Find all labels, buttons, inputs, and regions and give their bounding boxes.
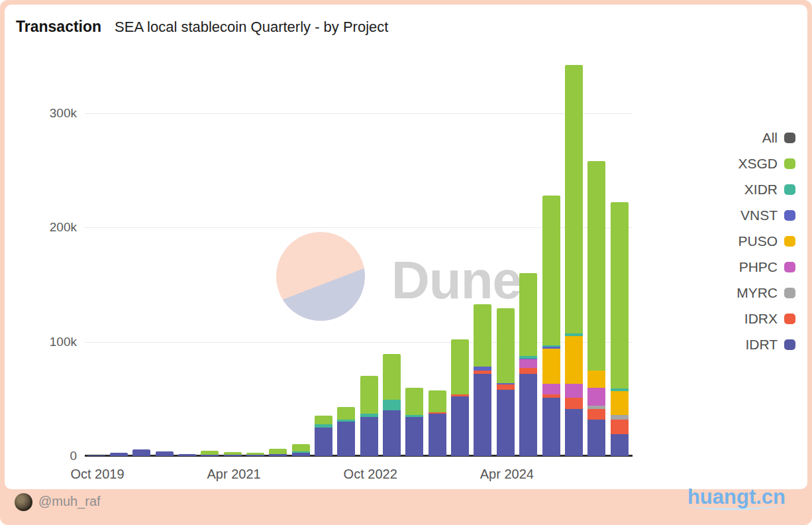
legend: AllXSGDXIDRVNSTPUSOPHPCMYRCIDRXIDRT <box>736 125 795 357</box>
legend-item-all[interactable]: All <box>736 125 795 150</box>
segment-puso <box>565 336 583 384</box>
segment-idrt <box>383 410 401 456</box>
legend-label: XIDR <box>744 182 778 198</box>
segment-xsgd <box>360 376 378 414</box>
segment-xsgd <box>269 449 287 454</box>
segment-xsgd <box>587 161 605 371</box>
plot-area: Dune 0100k200k300kOct 2019Apr 2021Oct 20… <box>5 5 807 489</box>
bar-apr-2020[interactable] <box>132 449 150 456</box>
legend-item-puso[interactable]: PUSO <box>736 228 795 254</box>
bar-apr-2024[interactable] <box>497 308 515 456</box>
bar-jul-2020[interactable] <box>156 451 174 456</box>
bar-apr-2025[interactable] <box>587 161 605 456</box>
bar-oct-2019[interactable] <box>87 455 105 456</box>
segment-idrx <box>611 420 629 434</box>
bar-oct-2022[interactable] <box>360 376 378 456</box>
legend-swatch-icon <box>784 236 795 247</box>
segment-idrt <box>565 409 583 456</box>
dune-watermark-text: Dune <box>391 250 521 311</box>
legend-label: PUSO <box>738 233 778 249</box>
segment-idrt <box>519 374 537 456</box>
dune-chart-page: Transaction SEA local stablecoin Quarter… <box>0 0 812 525</box>
segment-idrt <box>497 390 515 456</box>
legend-item-myrc[interactable]: MYRC <box>736 280 795 306</box>
bar-apr-2023[interactable] <box>405 388 423 457</box>
bar-oct-2020[interactable] <box>178 454 196 456</box>
segment-xsgd <box>519 273 537 356</box>
legend-label: IDRT <box>745 337 778 353</box>
legend-item-idrt[interactable]: IDRT <box>736 331 795 357</box>
segment-idrt <box>360 417 378 456</box>
bar-oct-2024[interactable] <box>542 196 560 456</box>
segment-idrt <box>246 455 264 456</box>
segment-xsgd <box>474 304 491 367</box>
y-axis-label: 300k <box>29 106 77 121</box>
segment-idrx <box>519 368 537 374</box>
x-axis-label: Apr 2024 <box>480 467 534 482</box>
bar-jul-2022[interactable] <box>337 407 355 456</box>
gridline <box>85 113 633 114</box>
y-axis-label: 100k <box>29 335 77 349</box>
legend-item-xidr[interactable]: XIDR <box>736 176 795 202</box>
bar-jan-2021[interactable] <box>201 451 219 456</box>
bar-jul-2021[interactable] <box>246 453 264 456</box>
bar-oct-2021[interactable] <box>269 449 287 456</box>
bar-jul-2025[interactable] <box>611 202 629 456</box>
legend-swatch-icon <box>784 133 795 143</box>
bar-jan-2022[interactable] <box>292 444 310 456</box>
segment-xsgd <box>405 388 423 415</box>
bar-jan-2023[interactable] <box>383 354 401 456</box>
segment-phpc <box>565 384 583 398</box>
x-axis-label: Oct 2022 <box>344 467 397 482</box>
segment-idrt <box>337 422 355 456</box>
footer: @muh_raf huangt.cn <box>0 489 812 525</box>
bar-jan-2024[interactable] <box>474 304 491 456</box>
segment-idrt <box>587 420 605 456</box>
legend-label: All <box>762 130 778 146</box>
segment-idrt <box>611 434 629 456</box>
y-axis-label: 0 <box>29 449 77 463</box>
legend-item-idrx[interactable]: IDRX <box>736 306 795 331</box>
huangt-logo: huangt.cn <box>687 485 786 509</box>
segment-idrt <box>269 454 287 456</box>
legend-swatch-icon <box>784 339 795 350</box>
legend-swatch-icon <box>784 210 795 221</box>
segment-idrt <box>315 428 332 456</box>
segment-xsgd <box>542 196 560 345</box>
legend-swatch-icon <box>784 184 795 195</box>
bar-oct-2023[interactable] <box>451 339 469 456</box>
segment-idrt <box>224 455 242 456</box>
legend-item-vnst[interactable]: VNST <box>736 202 795 228</box>
segment-idrt <box>110 453 128 456</box>
legend-item-phpc[interactable]: PHPC <box>736 254 795 280</box>
x-axis-label: Apr 2021 <box>207 467 261 482</box>
segment-xsgd <box>497 308 515 384</box>
legend-swatch-icon <box>784 288 795 298</box>
segment-xidr <box>383 400 401 410</box>
legend-swatch-icon <box>784 314 795 324</box>
legend-swatch-icon <box>784 262 795 272</box>
segment-idrt <box>156 451 174 456</box>
avatar <box>15 493 32 511</box>
segment-puso <box>542 349 560 384</box>
segment-xsgd <box>429 390 446 412</box>
segment-puso <box>587 371 605 388</box>
segment-xsgd <box>611 202 629 388</box>
legend-item-xsgd[interactable]: XSGD <box>736 150 795 176</box>
bar-jan-2025[interactable] <box>565 65 583 456</box>
segment-idrt <box>451 396 469 456</box>
bar-apr-2022[interactable] <box>315 416 332 456</box>
bar-jan-2020[interactable] <box>110 453 128 456</box>
segment-idrt <box>292 453 310 456</box>
segment-idrt <box>429 414 446 456</box>
bar-jul-2023[interactable] <box>429 390 446 456</box>
bar-jul-2024[interactable] <box>519 273 537 456</box>
segment-idrt <box>201 455 219 456</box>
segment-xsgd <box>565 65 583 333</box>
segment-idrt <box>87 455 105 456</box>
legend-label: PHPC <box>739 259 778 275</box>
legend-label: VNST <box>740 207 778 223</box>
legend-swatch-icon <box>784 158 795 169</box>
segment-phpc <box>542 384 560 394</box>
bar-apr-2021[interactable] <box>224 452 242 456</box>
